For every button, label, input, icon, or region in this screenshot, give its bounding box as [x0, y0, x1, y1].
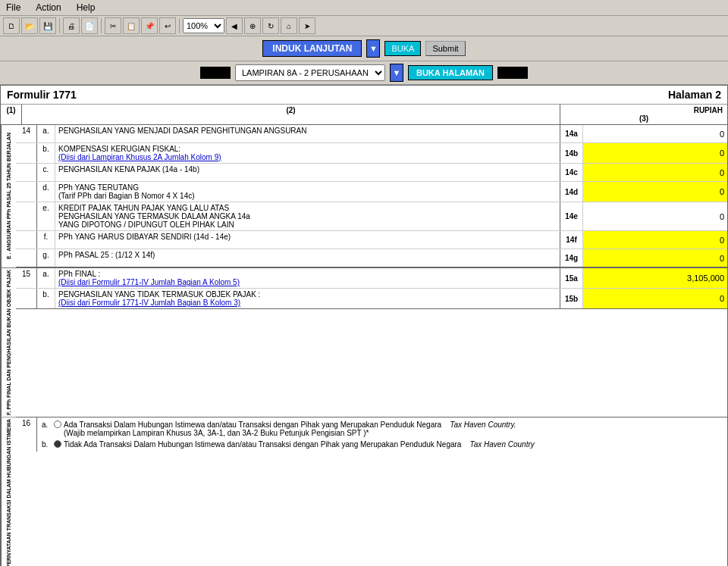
form-title: Formulir 1771 — [7, 89, 77, 101]
toolbar-copy[interactable]: 📋 — [123, 17, 140, 34]
row-letter-15b: b. — [37, 289, 55, 308]
row-field-14a: 14a — [560, 125, 727, 142]
link-15b[interactable]: (Diisi dari Formulir 1771-IV Jumlah Bagi… — [58, 299, 240, 307]
radio-16b[interactable] — [54, 440, 61, 448]
input-14b[interactable] — [583, 143, 727, 163]
row-desc-15b: PENGHASILAN YANG TIDAK TERMASUK OBJEK PA… — [55, 289, 560, 308]
toolbar-print2[interactable]: 📄 — [81, 17, 98, 34]
row-desc-14a: PENGHASILAN YANG MENJADI DASAR PENGHITUN… — [55, 125, 560, 142]
link-15a[interactable]: (Diisi dari Formulir 1771-IV Jumlah Bagi… — [58, 278, 240, 286]
induk-lanjutan-button[interactable]: INDUK LANJUTAN — [262, 40, 362, 57]
section-e-content: 14 a. PENGHASILAN YANG MENJADI DASAR PEN… — [16, 125, 727, 267]
section-e-label: E . ANGSURAN PPh PASAL 25 TAHUN BERJALAN — [1, 125, 16, 267]
row-letter-14a: a. — [37, 125, 55, 142]
toolbar-zoom-toggle[interactable]: ⊕ — [244, 17, 261, 34]
toolbar-zoom-out[interactable]: ◀ — [226, 17, 243, 34]
toolbar-cut[interactable]: ✂ — [105, 17, 121, 34]
row-field-14e: 14e — [560, 202, 727, 230]
row-desc-14g: PPh PASAL 25 : (1/12 X 14f) — [55, 249, 560, 267]
form-header: Formulir 1771 Halaman 2 — [1, 86, 727, 105]
top-controls: INDUK LANJUTAN ▼ BUKA Submit — [0, 36, 728, 61]
row-field-14b: 14b — [560, 143, 727, 163]
toolbar-new[interactable]: 🗋 — [3, 17, 20, 34]
submit-button[interactable]: Submit — [425, 41, 465, 56]
row-num-14g — [16, 249, 37, 267]
form-page: Halaman 2 — [668, 89, 721, 101]
menu-file[interactable]: File — [3, 2, 24, 14]
row-16b-text: Tidak Ada Transaksi Dalam Hubungan Istim… — [64, 440, 535, 449]
black-rect-right — [497, 67, 528, 79]
row-num-14d — [16, 182, 37, 202]
radio-16a[interactable] — [54, 421, 61, 428]
toolbar-sep2 — [101, 18, 102, 33]
row-desc-14e: KREDIT PAJAK TAHUN PAJAK YANG LALU ATAS … — [55, 202, 560, 230]
row-14d: d. PPh YANG TERUTANG (Tarif PPh dari Bag… — [16, 182, 727, 202]
row-field-14g: 14g — [560, 249, 727, 267]
col-header-1: (1) — [1, 105, 22, 124]
toolbar-nav[interactable]: ➤ — [299, 17, 315, 34]
toolbar-undo[interactable]: ↩ — [159, 17, 176, 34]
row-letter-14e: e. — [37, 202, 55, 230]
toolbar-refresh[interactable]: ↻ — [262, 17, 279, 34]
section-f-label: F. PPh FINAL DAN PENGHASILAN BUKAN OBJEK… — [1, 268, 16, 417]
input-14f[interactable] — [583, 231, 727, 249]
row-14g: g. PPh PASAL 25 : (1/12 X 14f) 14g — [16, 249, 727, 267]
row-field-15b: 15b — [560, 289, 727, 308]
menu-help[interactable]: Help — [74, 2, 99, 14]
input-14c[interactable] — [583, 164, 727, 181]
row-num-14c — [16, 164, 37, 181]
col3-label: (3) — [562, 114, 726, 123]
buka-button[interactable]: BUKA — [384, 41, 421, 56]
input-14a[interactable] — [583, 125, 727, 142]
row-num-15b — [16, 289, 37, 308]
col-header-2: (2) — [22, 105, 560, 124]
row-desc-14b: KOMPENSASI KERUGIAN FISKAL: (Diisi dari … — [55, 143, 560, 163]
buka-halaman-button[interactable]: BUKA HALAMAN — [408, 65, 493, 80]
link-14b[interactable]: (Diisi dari Lampiran Khusus 2A Jumlah Ko… — [58, 153, 221, 161]
toolbar-save[interactable]: 💾 — [39, 17, 56, 34]
toolbar-sep3 — [179, 18, 180, 33]
col-header-3: RUPIAH (3) — [560, 105, 727, 124]
input-14e[interactable] — [583, 202, 727, 230]
zoom-select[interactable]: 100% — [183, 18, 224, 33]
input-15b[interactable] — [583, 289, 727, 308]
input-15a[interactable] — [583, 268, 727, 288]
row-field-14c: 14c — [560, 164, 727, 181]
section-g-content: 16 a. Ada Transaksi Dalam Hubungan Istim… — [16, 417, 727, 566]
row-16: 16 a. Ada Transaksi Dalam Hubungan Istim… — [16, 417, 727, 452]
form-container: Formulir 1771 Halaman 2 (1) (2) RUPIAH (… — [0, 85, 728, 566]
toolbar-paste[interactable]: 📌 — [141, 17, 158, 34]
lampiran-select[interactable]: LAMPIRAN 8A - 2 PERUSAHAAN — [235, 64, 385, 81]
row-desc-14d: PPh YANG TERUTANG (Tarif PPh dari Bagian… — [55, 182, 560, 202]
row-14a: 14 a. PENGHASILAN YANG MENJADI DASAR PEN… — [16, 125, 727, 143]
toolbar-print[interactable]: 🖨 — [63, 17, 80, 34]
lampiran-dropdown-arrow[interactable]: ▼ — [390, 64, 403, 82]
row-letter-14d: d. — [37, 182, 55, 202]
row-16a-letter: a. — [42, 421, 54, 429]
menu-action[interactable]: Action — [33, 2, 64, 14]
row-num-14b — [16, 143, 37, 163]
second-row-controls: LAMPIRAN 8A - 2 PERUSAHAAN ▼ BUKA HALAMA… — [0, 61, 728, 85]
field-label-14d: 14d — [560, 182, 583, 202]
row-num-14e — [16, 202, 37, 230]
row-num-15: 15 — [16, 268, 37, 288]
section-f-content: 15 a. PPh FINAL : (Diisi dari Formulir 1… — [16, 268, 727, 417]
input-14g[interactable] — [583, 249, 727, 267]
row-14c: c. PENGHASILAN KENA PAJAK (14a - 14b) 14… — [16, 164, 727, 182]
induk-dropdown-arrow[interactable]: ▼ — [366, 39, 380, 58]
toolbar: 🗋 📂 💾 🖨 📄 ✂ 📋 📌 ↩ 100% ◀ ⊕ ↻ ⌂ ➤ — [0, 16, 728, 36]
input-14d[interactable] — [583, 182, 727, 202]
row-16a-text: Ada Transaksi Dalam Hubungan Istimewa da… — [64, 421, 516, 437]
row-field-14f: 14f — [560, 231, 727, 249]
field-label-15b: 15b — [560, 289, 583, 308]
black-rect-left — [200, 67, 231, 79]
row-desc-14c: PENGHASILAN KENA PAJAK (14a - 14b) — [55, 164, 560, 181]
toolbar-open[interactable]: 📂 — [21, 17, 38, 34]
field-label-14e: 14e — [560, 202, 583, 230]
toolbar-home[interactable]: ⌂ — [281, 17, 297, 34]
field-label-14g: 14g — [560, 249, 583, 267]
row-15a: 15 a. PPh FINAL : (Diisi dari Formulir 1… — [16, 268, 727, 289]
field-label-15a: 15a — [560, 268, 583, 288]
row-num-14f — [16, 231, 37, 249]
row-num-16: 16 — [16, 417, 37, 452]
